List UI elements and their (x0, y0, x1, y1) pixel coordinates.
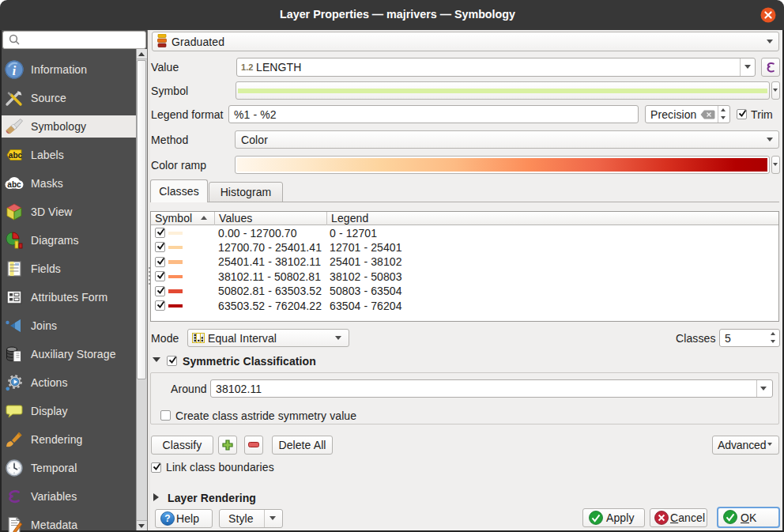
svg-text:?: ? (164, 513, 170, 524)
svg-text:i: i (13, 63, 17, 78)
svg-text:abc: abc (9, 151, 23, 160)
svg-text:abc: abc (7, 180, 21, 189)
